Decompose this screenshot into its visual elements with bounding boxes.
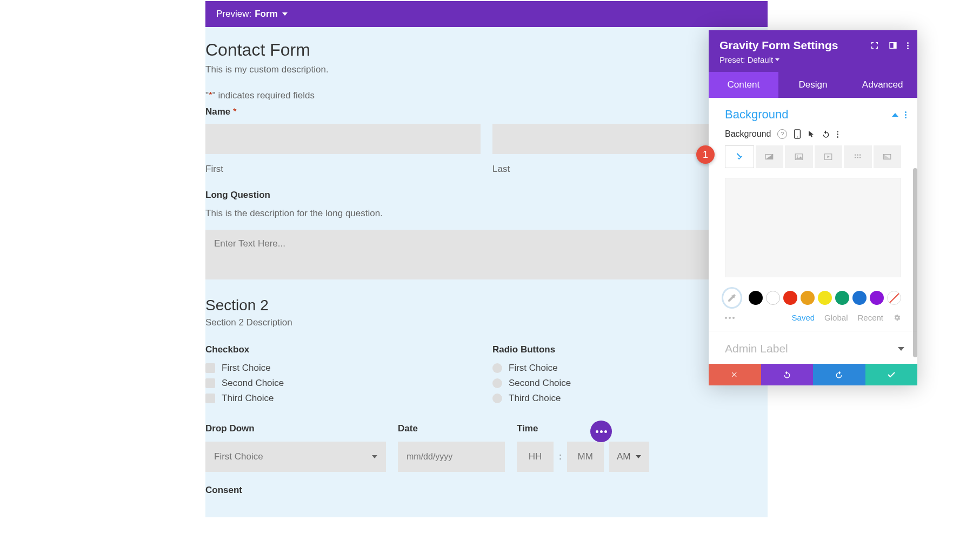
admin-label-section[interactable]: Admin Label [709, 331, 917, 364]
time-hh-input[interactable]: HH [517, 442, 554, 472]
svg-point-3 [797, 137, 798, 138]
svg-rect-10 [859, 155, 861, 156]
mobile-icon[interactable] [794, 129, 801, 139]
first-sublabel: First [205, 164, 481, 175]
color-swatch[interactable] [852, 291, 867, 305]
color-swatch-none[interactable] [887, 291, 901, 305]
bg-type-mask[interactable] [874, 145, 902, 168]
chevron-down-icon [898, 347, 904, 351]
dropdown-select[interactable]: First Choice [205, 442, 386, 472]
section2-desc: Section 2 Description [205, 317, 768, 328]
long-question-label: Long Question [205, 190, 768, 201]
color-swatch[interactable] [801, 291, 815, 305]
preview-label: Preview: [216, 9, 251, 19]
dropdown-label: Drop Down [205, 423, 386, 434]
time-label: Time [517, 423, 768, 434]
more-icon[interactable] [905, 111, 907, 118]
palette-saved[interactable]: Saved [792, 313, 815, 322]
preview-value: Form [255, 9, 278, 19]
time-separator: : [559, 451, 562, 462]
bg-type-gradient[interactable] [756, 145, 784, 168]
settings-panel: Gravity Form Settings Preset: Default Co… [709, 30, 917, 385]
background-label: Background [725, 129, 771, 139]
color-swatch[interactable] [783, 291, 797, 305]
bg-type-pattern[interactable] [844, 145, 872, 168]
preview-bar[interactable]: Preview: Form [205, 1, 768, 27]
checkbox-option[interactable]: Third Choice [205, 393, 481, 404]
help-icon[interactable]: ? [777, 129, 787, 139]
tab-design[interactable]: Design [778, 72, 848, 98]
svg-rect-12 [857, 157, 858, 158]
radio-icon [492, 394, 502, 403]
caret-down-icon [372, 455, 377, 458]
gear-icon[interactable] [893, 314, 901, 322]
required-note: "*" indicates required fields [205, 90, 768, 101]
scrollbar[interactable] [913, 168, 917, 357]
time-mm-input[interactable]: MM [567, 442, 604, 472]
name-label: Name * [205, 106, 768, 117]
checkbox-label: Checkbox [205, 344, 481, 355]
bg-type-color[interactable] [725, 145, 754, 168]
save-button[interactable] [865, 364, 918, 385]
radio-icon [492, 363, 502, 373]
bg-type-image[interactable] [785, 145, 813, 168]
eyedropper-button[interactable] [722, 287, 742, 309]
palette-more-icon[interactable] [725, 317, 735, 319]
checkbox-option[interactable]: First Choice [205, 363, 481, 374]
tab-advanced[interactable]: Advanced [848, 72, 917, 98]
section2-title: Section 2 [205, 297, 768, 314]
form-title: Contact Form [205, 40, 768, 60]
more-icon[interactable] [907, 42, 909, 49]
module-options-button[interactable] [590, 421, 612, 442]
caret-down-icon [636, 455, 641, 458]
checkbox-icon [205, 378, 215, 388]
color-swatch[interactable] [835, 291, 849, 305]
more-icon[interactable] [837, 131, 838, 138]
color-swatch[interactable] [749, 291, 763, 305]
svg-rect-13 [859, 157, 861, 158]
caret-down-icon [775, 58, 779, 61]
undo-button[interactable] [761, 364, 814, 385]
redo-button[interactable] [813, 364, 865, 385]
reset-icon[interactable] [822, 130, 830, 138]
svg-rect-1 [894, 43, 896, 49]
expand-icon[interactable] [870, 41, 879, 50]
caret-down-icon [282, 12, 288, 16]
radio-icon [492, 378, 502, 388]
checkbox-option[interactable]: Second Choice [205, 378, 481, 389]
preset-dropdown[interactable]: Preset: Default [719, 55, 907, 64]
tab-content[interactable]: Content [709, 72, 778, 98]
checkbox-icon [205, 394, 215, 403]
svg-point-6 [797, 155, 798, 156]
form-description: This is my custom description. [205, 64, 768, 75]
panel-body: Background Background ? [709, 98, 917, 364]
panel-footer [709, 364, 917, 385]
chevron-up-icon[interactable] [892, 113, 898, 117]
svg-rect-11 [855, 157, 856, 158]
color-swatch[interactable] [766, 291, 780, 305]
first-name-input[interactable] [205, 124, 481, 154]
bg-type-video[interactable] [815, 145, 843, 168]
consent-label: Consent [205, 485, 768, 496]
background-section-title[interactable]: Background [725, 108, 788, 122]
panel-tabs: Content Design Advanced [709, 72, 917, 98]
date-label: Date [398, 423, 505, 434]
long-question-desc: This is the description for the long que… [205, 208, 768, 219]
palette-global[interactable]: Global [824, 313, 848, 322]
svg-rect-8 [855, 155, 856, 156]
hover-icon[interactable] [808, 130, 815, 138]
long-question-textarea[interactable] [205, 230, 768, 279]
date-input[interactable] [398, 442, 505, 472]
checkbox-icon [205, 363, 215, 373]
radio-option[interactable]: Third Choice [492, 393, 768, 404]
snap-icon[interactable] [889, 41, 897, 50]
color-swatch[interactable] [818, 291, 832, 305]
panel-header: Gravity Form Settings Preset: Default [709, 30, 917, 72]
palette-recent[interactable]: Recent [857, 313, 883, 322]
color-swatch[interactable] [870, 291, 884, 305]
cancel-button[interactable] [709, 364, 761, 385]
time-ampm-select[interactable]: AM [609, 442, 649, 472]
callout-badge: 1 [696, 145, 715, 164]
svg-rect-9 [857, 155, 858, 156]
color-preview[interactable] [725, 178, 901, 277]
